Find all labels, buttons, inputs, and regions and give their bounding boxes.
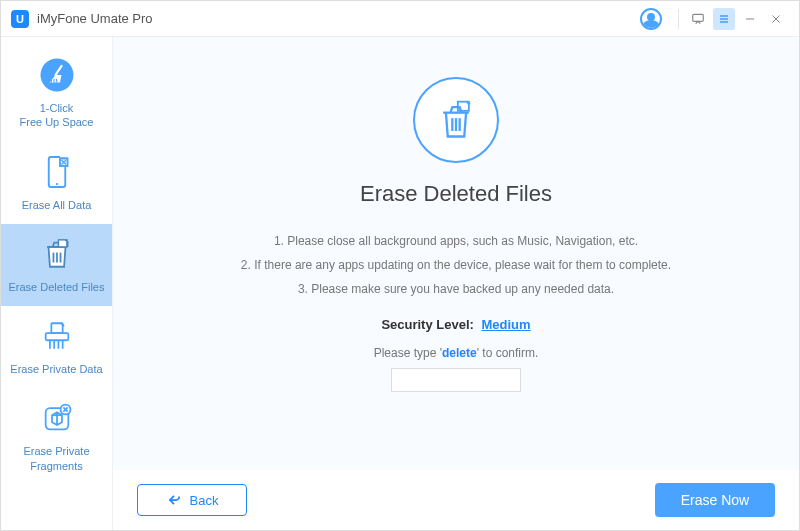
confirm-prefix: Please type ' [374,346,442,360]
erase-now-button[interactable]: Erase Now [655,483,775,517]
sidebar-item-label: Erase Private Fragments [23,444,89,473]
sidebar-item-erase-deleted[interactable]: Erase Deleted Files [1,224,112,306]
page-title: Erase Deleted Files [360,181,552,207]
erase-hero-icon [413,77,499,163]
back-arrow-icon [166,493,182,507]
sidebar-item-erase-all[interactable]: Erase All Data [1,142,112,224]
close-button[interactable] [765,8,787,30]
confirm-suffix: ' to confirm. [477,346,539,360]
minimize-button[interactable] [739,8,761,30]
confirm-input[interactable] [391,368,521,392]
back-button-label: Back [190,493,219,508]
trash-document-icon [37,234,77,274]
security-level-link[interactable]: Medium [482,317,531,332]
feedback-icon[interactable] [687,8,709,30]
svg-point-9 [55,182,57,184]
sidebar-item-label: Erase Private Data [10,362,102,376]
confirm-prompt: Please type 'delete' to confirm. [374,346,539,360]
app-title: iMyFone Umate Pro [37,11,153,26]
instruction-line-2: 2. If there are any apps updating on the… [241,253,671,277]
sidebar-item-erase-private[interactable]: Erase Private Data [1,306,112,388]
main-panel: Erase Deleted Files 1. Please close all … [113,37,799,530]
confirm-keyword: delete [442,346,477,360]
broom-icon [37,55,77,95]
account-avatar-icon[interactable] [640,8,662,30]
shredder-icon [37,316,77,356]
menu-icon[interactable] [713,8,735,30]
sidebar-item-freeup[interactable]: 1-Click Free Up Space [1,45,112,142]
app-logo-icon: U [11,10,29,28]
sidebar-item-label: Erase Deleted Files [9,280,105,294]
svg-rect-17 [51,323,62,333]
sidebar-item-label: 1-Click Free Up Space [20,101,94,130]
security-level-row: Security Level: Medium [381,317,530,332]
sidebar: 1-Click Free Up Space Erase All Data Era… [1,37,113,530]
security-level-label: Security Level: [381,317,474,332]
content: Erase Deleted Files 1. Please close all … [113,37,799,470]
instructions: 1. Please close all background apps, suc… [241,229,671,301]
titlebar: U iMyFone Umate Pro [1,1,799,37]
svg-rect-18 [45,333,68,340]
app-fragments-icon [37,398,77,438]
back-button[interactable]: Back [137,484,247,516]
sidebar-item-erase-fragments[interactable]: Erase Private Fragments [1,388,112,485]
separator [678,9,679,29]
svg-rect-0 [693,14,704,21]
instruction-line-1: 1. Please close all background apps, suc… [241,229,671,253]
instruction-line-3: 3. Please make sure you have backed up a… [241,277,671,301]
phone-erase-icon [37,152,77,192]
footer: Back Erase Now [113,470,799,530]
sidebar-item-label: Erase All Data [22,198,92,212]
